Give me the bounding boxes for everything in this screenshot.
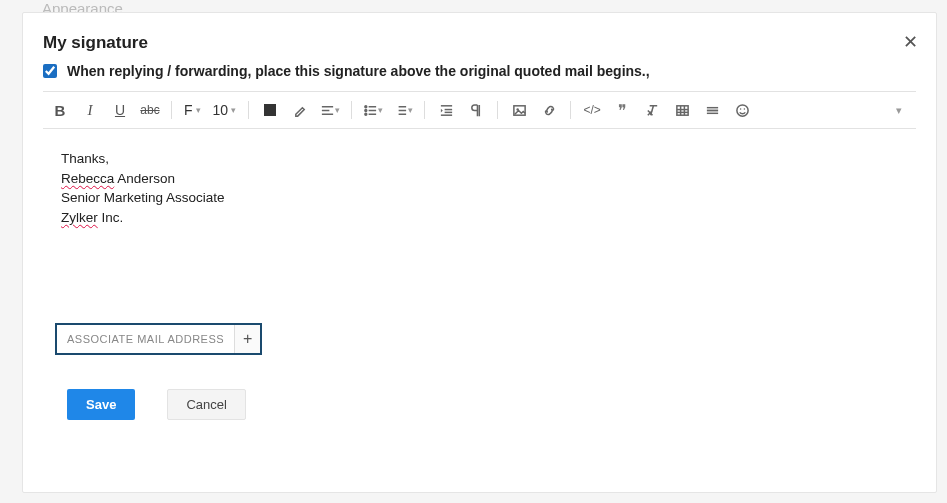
separator [424, 101, 425, 119]
image-button[interactable] [506, 98, 532, 122]
separator [570, 101, 571, 119]
signature-line: Senior Marketing Associate [61, 188, 898, 208]
close-icon[interactable]: ✕ [903, 31, 918, 53]
signature-line: Zylker Inc. [61, 208, 898, 228]
quote-button[interactable]: ❞ [609, 98, 635, 122]
highlight-icon [293, 103, 308, 118]
svg-rect-18 [677, 105, 688, 114]
signature-line: Thanks, [61, 149, 898, 169]
text-color-button[interactable] [257, 98, 283, 122]
hr-icon [705, 103, 720, 118]
place-above-checkbox[interactable] [43, 64, 57, 78]
pilcrow-icon [469, 103, 484, 118]
cancel-button[interactable]: Cancel [167, 389, 245, 420]
table-button[interactable] [669, 98, 695, 122]
svg-point-26 [737, 104, 748, 115]
svg-point-27 [740, 108, 742, 110]
separator [351, 101, 352, 119]
align-left-icon [320, 103, 335, 118]
hr-button[interactable] [699, 98, 725, 122]
link-button[interactable] [536, 98, 562, 122]
align-button[interactable]: ▾ [317, 98, 343, 122]
svg-point-28 [743, 108, 745, 110]
numbered-list-icon [393, 103, 408, 118]
numbered-list-button[interactable]: ▾ [390, 98, 416, 122]
signature-editor[interactable]: Thanks, Rebecca Anderson Senior Marketin… [43, 129, 916, 319]
separator [248, 101, 249, 119]
underline-button[interactable]: U [107, 98, 133, 122]
checkbox-row: When replying / forwarding, place this s… [43, 63, 916, 79]
emoji-button[interactable] [729, 98, 755, 122]
font-size-picker[interactable]: 10▾ [209, 102, 241, 118]
highlight-button[interactable] [287, 98, 313, 122]
bullet-list-icon [363, 103, 378, 118]
strikethrough-button[interactable]: abc [137, 98, 163, 122]
svg-point-5 [365, 113, 367, 115]
font-family-picker[interactable]: F▾ [180, 102, 205, 118]
bullet-list-button[interactable]: ▾ [360, 98, 386, 122]
emoji-icon [735, 103, 750, 118]
place-above-label: When replying / forwarding, place this s… [67, 63, 650, 79]
code-button[interactable]: </> [579, 98, 605, 122]
associate-mail-address: ASSOCIATE MAIL ADDRESS + [55, 323, 262, 355]
associate-mail-label: ASSOCIATE MAIL ADDRESS [57, 325, 234, 353]
separator [497, 101, 498, 119]
clear-format-icon [645, 103, 660, 118]
separator [171, 101, 172, 119]
link-icon [542, 103, 557, 118]
table-icon [675, 103, 690, 118]
svg-point-4 [365, 109, 367, 111]
indent-icon [439, 103, 454, 118]
clear-format-button[interactable] [639, 98, 665, 122]
modal-title: My signature [43, 33, 916, 53]
editor-toolbar: B I U abc F▾ 10▾ ▾ ▾ ▾ [43, 91, 916, 129]
more-button[interactable]: ▾ [886, 98, 912, 122]
indent-button[interactable] [433, 98, 459, 122]
signature-line: Rebecca Anderson [61, 169, 898, 189]
signature-modal: ✕ My signature When replying / forwardin… [22, 12, 937, 493]
image-icon [512, 103, 527, 118]
direction-button[interactable] [463, 98, 489, 122]
italic-button[interactable]: I [77, 98, 103, 122]
svg-point-3 [365, 105, 367, 107]
button-row: Save Cancel [67, 389, 916, 420]
save-button[interactable]: Save [67, 389, 135, 420]
bold-button[interactable]: B [47, 98, 73, 122]
associate-mail-add-button[interactable]: + [234, 325, 260, 353]
